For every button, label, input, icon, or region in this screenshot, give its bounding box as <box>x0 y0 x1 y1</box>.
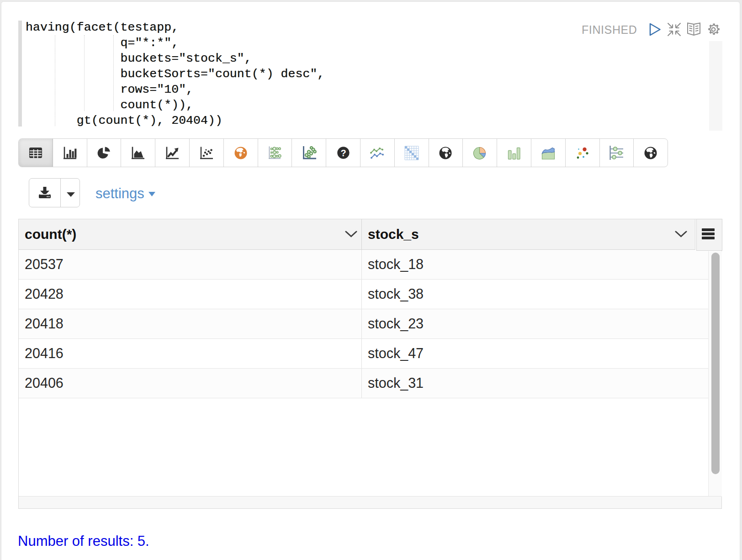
svg-text:?: ? <box>340 148 346 158</box>
